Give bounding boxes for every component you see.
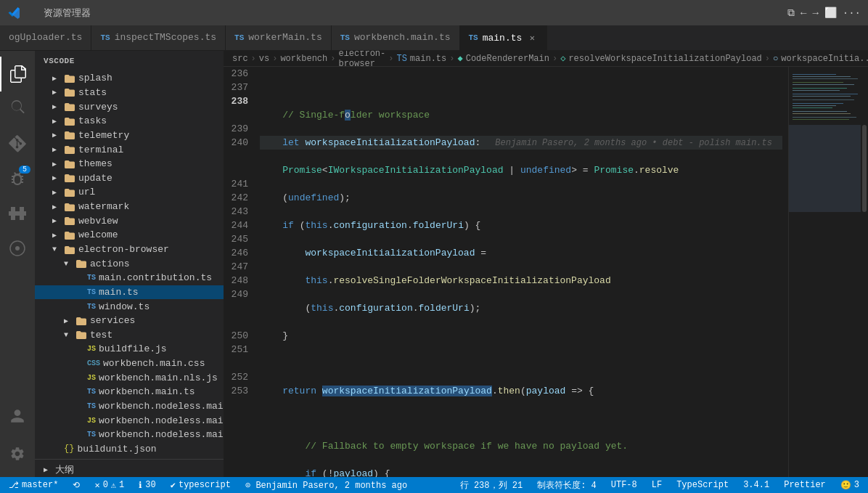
language-label: TypeScript bbox=[676, 480, 729, 490]
sidebar-file-workbench-nodeless-2[interactable]: ▶ JS workbench.nodeless.main... bbox=[35, 413, 224, 428]
sidebar-file-workbench-nodeless-3[interactable]: ▶ TS workbench.nodeless.main.ts bbox=[35, 428, 224, 442]
tab-inspecttm[interactable]: TS inspectTMScopes.ts bbox=[91, 25, 226, 50]
sidebar-item-update[interactable]: ▶ update bbox=[35, 171, 224, 185]
arrow-icon: ▶ bbox=[52, 131, 64, 139]
js-file-badge: JS bbox=[87, 374, 96, 382]
activity-item-extensions[interactable] bbox=[0, 196, 35, 231]
svg-rect-14 bbox=[793, 105, 836, 106]
sidebar-item-outline[interactable]: ▶ 大纲 bbox=[35, 463, 224, 477]
activity-item-remote[interactable] bbox=[0, 231, 35, 266]
code-line-237: // Single-folder workspace bbox=[260, 108, 782, 122]
vertical-scrollbar[interactable] bbox=[861, 67, 868, 477]
sidebar-file-buildfile[interactable]: ▶ JS buildfile.js bbox=[35, 342, 224, 356]
svg-rect-15 bbox=[793, 107, 832, 108]
status-language[interactable]: TypeScript bbox=[673, 480, 732, 490]
code-line-238b: Promise<IWorkspaceInitializationPayload … bbox=[260, 163, 782, 177]
sidebar-item-services[interactable]: ▶ services bbox=[35, 314, 224, 328]
git-author-label: ⊙ Benjamin Pasero, 2 months ago bbox=[245, 480, 407, 491]
status-cursor[interactable]: 行 238，列 21 bbox=[457, 479, 525, 492]
activity-item-debug[interactable]: 5 bbox=[0, 161, 35, 196]
editor-scroll[interactable]: 236 237 238 239 240 241 242 243 244 245 … bbox=[224, 67, 788, 477]
arrow-icon: ▼ bbox=[52, 245, 64, 253]
nav-forward-icon[interactable]: → bbox=[812, 7, 818, 19]
sidebar-file-workbench-main-css[interactable]: ▶ CSS workbench.main.css bbox=[35, 356, 224, 371]
tab-workermain[interactable]: TS workerMain.ts bbox=[226, 25, 332, 50]
split-editor-icon[interactable]: ⧉ bbox=[787, 7, 795, 19]
sidebar-item-electron-browser[interactable]: ▼ electron-browser bbox=[35, 243, 224, 257]
file-label: workbench.nodeless.main... bbox=[99, 401, 224, 412]
tab-workbenchmain[interactable]: TS workbench.main.ts bbox=[332, 25, 460, 50]
file-label: workbench.main.nls.js bbox=[99, 372, 218, 383]
title-bar-tabs: 资源管理器 bbox=[44, 7, 787, 20]
title-bar-controls[interactable]: ⧉ ← → ⬜ ··· bbox=[787, 7, 861, 19]
activity-item-explorer[interactable] bbox=[0, 57, 35, 91]
svg-rect-6 bbox=[793, 82, 843, 83]
sidebar-item-watermark[interactable]: ▶ watermark bbox=[35, 200, 224, 214]
sidebar-item-tasks[interactable]: ▶ tasks bbox=[35, 114, 224, 129]
status-errors[interactable]: ✕ 0 ⚠ 1 bbox=[91, 480, 127, 491]
activity-item-settings[interactable] bbox=[0, 436, 35, 471]
emoji-count: 3 bbox=[854, 480, 859, 490]
activity-item-search[interactable] bbox=[0, 91, 35, 126]
tab-loguploader[interactable]: ogUploader.ts bbox=[0, 25, 91, 50]
line-ending-label: LF bbox=[652, 480, 662, 490]
layout-icon[interactable]: ⬜ bbox=[824, 7, 837, 19]
sidebar-item-terminal[interactable]: ▶ terminal bbox=[35, 142, 224, 157]
activity-item-accounts[interactable] bbox=[0, 399, 35, 433]
status-encoding[interactable]: UTF-8 bbox=[608, 480, 640, 490]
status-emoji[interactable]: 🙂 3 bbox=[838, 480, 862, 491]
folder-label: telemetry bbox=[78, 130, 129, 141]
ts-badge: TS bbox=[234, 33, 244, 42]
status-branch[interactable]: ⎇ master* bbox=[6, 480, 61, 491]
sidebar-item-telemetry[interactable]: ▶ telemetry bbox=[35, 129, 224, 143]
sidebar-item-test[interactable]: ▼ test bbox=[35, 328, 224, 343]
activity-bottom bbox=[0, 399, 35, 477]
activity-item-git[interactable] bbox=[0, 126, 35, 161]
sidebar-item-surveys[interactable]: ▶ surveys bbox=[35, 99, 224, 114]
ts-file-badge: TS bbox=[87, 388, 96, 396]
status-formatter[interactable]: Prettier bbox=[781, 480, 829, 490]
folder-label: url bbox=[78, 187, 95, 197]
tab-maints[interactable]: TS main.ts ✕ bbox=[460, 25, 548, 50]
sidebar-file-workbench-main-ts[interactable]: ▶ TS workbench.main.ts bbox=[35, 385, 224, 399]
code-line-242 bbox=[260, 356, 782, 370]
sidebar-item-actions[interactable]: ▼ actions bbox=[35, 256, 224, 271]
ts-badge: TS bbox=[100, 33, 110, 42]
breadcrumb-resolve: resolveWorkspaceInitializationPayload bbox=[568, 54, 761, 64]
status-typescript[interactable]: ✔ typescript bbox=[168, 480, 234, 491]
file-label: window.ts bbox=[99, 301, 150, 312]
sidebar-item-welcome[interactable]: ▶ welcome bbox=[35, 228, 224, 243]
sidebar-item-themes[interactable]: ▶ themes bbox=[35, 157, 224, 171]
title-bar-left bbox=[7, 6, 44, 20]
error-count: 0 bbox=[103, 480, 108, 490]
close-tab-icon[interactable]: ✕ bbox=[526, 32, 538, 44]
arrow-icon: ▶ bbox=[44, 465, 55, 474]
code-line-240: workspaceInitializationPayload = bbox=[260, 246, 782, 260]
info-count: 30 bbox=[145, 480, 155, 490]
folder-label: watermark bbox=[78, 201, 129, 212]
svg-rect-20 bbox=[789, 125, 861, 212]
sidebar-file-main-contribution[interactable]: ▶ TS main.contribution.ts bbox=[35, 271, 224, 285]
status-line-ending[interactable]: LF bbox=[649, 480, 665, 490]
sidebar-item-splash[interactable]: ▶ splash bbox=[35, 71, 224, 86]
sidebar-item-stats[interactable]: ▶ stats bbox=[35, 86, 224, 100]
status-git-author[interactable]: ⊙ Benjamin Pasero, 2 months ago bbox=[242, 480, 410, 491]
sidebar-file-workbench-nodeless-1[interactable]: ▶ TS workbench.nodeless.main... bbox=[35, 399, 224, 414]
git-branch-icon: ⎇ bbox=[9, 480, 19, 491]
status-char-length[interactable]: 制表符长度: 4 bbox=[534, 479, 599, 492]
more-icon[interactable]: ··· bbox=[843, 7, 861, 19]
sidebar-file-main-ts[interactable]: ▶ TS main.ts bbox=[35, 285, 224, 300]
sidebar-item-url[interactable]: ▶ url bbox=[35, 185, 224, 200]
folder-label: stats bbox=[78, 87, 107, 98]
sidebar-item-webview[interactable]: ▶ webview bbox=[35, 213, 224, 228]
sidebar-file-buildunit-json[interactable]: ▶ {} buildunit.json bbox=[35, 442, 224, 457]
status-sync[interactable]: ⟲ bbox=[70, 480, 83, 491]
svg-point-1 bbox=[15, 246, 20, 250]
sidebar-file-window[interactable]: ▶ TS window.ts bbox=[35, 299, 224, 314]
status-info[interactable]: ℹ 30 bbox=[136, 480, 158, 491]
sync-icon: ⟲ bbox=[73, 480, 80, 491]
status-version[interactable]: 3.4.1 bbox=[740, 480, 772, 490]
nav-back-icon[interactable]: ← bbox=[801, 7, 806, 19]
arrow-icon: ▶ bbox=[52, 88, 64, 97]
sidebar-file-workbench-main-nls[interactable]: ▶ JS workbench.main.nls.js bbox=[35, 370, 224, 385]
